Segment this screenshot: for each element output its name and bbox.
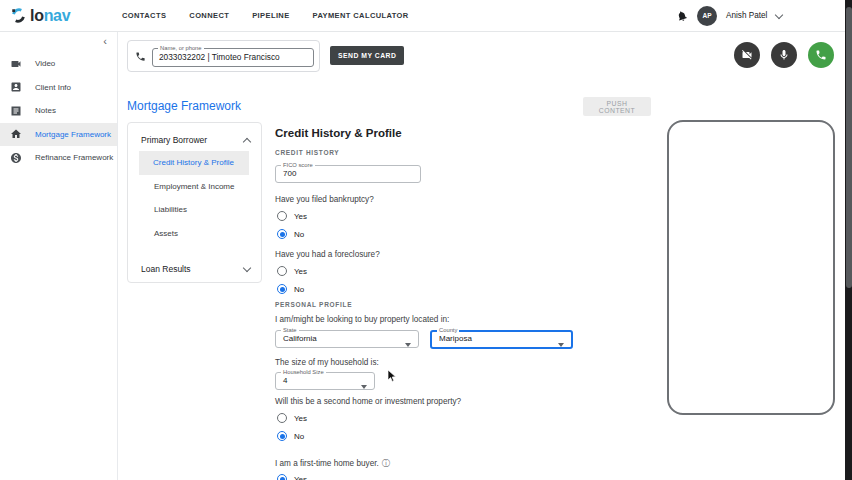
second-home-no-option[interactable]: No	[277, 428, 304, 444]
left-sidebar: ‹ Video Client Info Notes	[0, 31, 118, 480]
radio-checked-icon[interactable]	[277, 431, 287, 441]
radio-label: Yes	[294, 414, 307, 423]
nav-item-label: Credit History & Profile	[153, 158, 234, 167]
personal-profile-section-label: PERSONAL PROFILE	[275, 301, 352, 308]
notes-icon	[9, 104, 22, 117]
sidebar-menu: Video Client Info Notes Mortgage Framewo…	[0, 52, 117, 170]
contact-field-value[interactable]: 2033032202 | Timoteo Francisco	[153, 51, 313, 62]
radio-unchecked-icon[interactable]	[277, 413, 287, 423]
question-bankruptcy: Have you filed bankruptcy?	[275, 195, 374, 204]
household-size-value: 4	[276, 375, 374, 385]
state-select[interactable]: State California	[275, 328, 419, 348]
scrollbar-thumb[interactable]	[846, 7, 852, 288]
radio-checked-icon[interactable]	[277, 474, 287, 480]
second-home-yes-option[interactable]: Yes	[277, 410, 307, 426]
sidebar-item-label: Video	[35, 59, 55, 68]
videocam-icon	[9, 57, 22, 70]
radio-label: No	[294, 230, 304, 239]
top-right-controls: AP Anish Patel	[676, 0, 782, 31]
send-my-card-button[interactable]: SEND MY CARD	[330, 46, 404, 65]
nav-item-label: Liabilities	[154, 205, 187, 214]
brand-text-accent: nav	[44, 7, 71, 24]
call-button[interactable]	[808, 42, 834, 68]
nav-item-employment-income[interactable]: Employment & Income	[129, 175, 260, 199]
radio-label: Yes	[294, 267, 307, 276]
question-foreclosure: Have you had a foreclosure?	[275, 250, 380, 259]
contact-field-label: Name, or phone	[158, 46, 204, 51]
collapse-chevron-icon	[243, 137, 251, 145]
sidebar-item-mortgage-framework[interactable]: Mortgage Framework	[0, 123, 117, 147]
microphone-icon	[778, 49, 790, 61]
fico-score-value[interactable]: 700	[276, 168, 420, 178]
nav-item-assets[interactable]: Assets	[129, 222, 260, 246]
camera-off-button[interactable]	[734, 42, 760, 68]
foreclosure-yes-option[interactable]: Yes	[277, 263, 307, 279]
dropdown-arrow-icon	[405, 343, 411, 347]
sidebar-item-label: Client Info	[35, 83, 71, 92]
county-select[interactable]: County Mariposa	[430, 328, 573, 349]
nav-connect[interactable]: CONNECT	[189, 11, 229, 20]
credit-history-section-label: CREDIT HISTORY	[275, 149, 339, 156]
microphone-button[interactable]	[771, 42, 797, 68]
foreclosure-no-option[interactable]: No	[277, 281, 304, 297]
user-avatar[interactable]: AP	[697, 6, 717, 26]
page-scrollbar[interactable]	[845, 0, 852, 480]
sidebar-item-client-info[interactable]: Client Info	[0, 76, 117, 100]
brand-logo[interactable]: lonav	[10, 0, 70, 31]
fico-score-field[interactable]: FICO score 700	[275, 163, 421, 183]
user-menu-chevron-icon[interactable]	[775, 10, 783, 18]
county-label: County	[437, 328, 459, 333]
phone-receiver-icon	[135, 51, 146, 62]
radio-checked-icon[interactable]	[277, 229, 287, 239]
person-card-icon	[9, 81, 22, 94]
call-contact-group: Name, or phone 2033032202 | Timoteo Fran…	[127, 40, 320, 72]
household-size-select[interactable]: Household Size 4	[275, 370, 375, 390]
sidebar-item-refinance-framework[interactable]: Refinance Framework	[0, 146, 117, 170]
question-household-size: The size of my household is:	[275, 358, 379, 367]
home-icon	[9, 128, 22, 141]
notification-bell-icon[interactable]	[674, 8, 689, 23]
framework-nav-card: Primary Borrower Credit History & Profil…	[127, 122, 262, 283]
sidebar-item-label: Refinance Framework	[35, 153, 113, 162]
sidebar-item-video[interactable]: Video	[0, 52, 117, 76]
sidebar-item-notes[interactable]: Notes	[0, 99, 117, 123]
primary-borrower-section[interactable]: Primary Borrower	[128, 129, 261, 151]
sidebar-item-label: Notes	[35, 106, 56, 115]
first-time-buyer-yes-option[interactable]: Yes	[277, 471, 307, 480]
brand-text-dark: lo	[30, 7, 44, 24]
nav-pipeline[interactable]: PIPELINE	[252, 11, 289, 20]
form-title: Credit History & Profile	[275, 127, 402, 139]
push-content-button[interactable]: PUSH CONTENT	[583, 97, 651, 116]
primary-borrower-label: Primary Borrower	[141, 135, 207, 145]
page-title: Mortgage Framework	[127, 99, 241, 113]
bankruptcy-no-option[interactable]: No	[277, 226, 304, 242]
call-phone-icon	[815, 49, 827, 61]
nav-item-label: Assets	[154, 229, 178, 238]
contact-search-field[interactable]: Name, or phone 2033032202 | Timoteo Fran…	[152, 46, 314, 67]
radio-checked-icon[interactable]	[277, 284, 287, 294]
credit-history-form: Credit History & Profile CREDIT HISTORY …	[275, 127, 585, 480]
info-icon[interactable]: ⓘ	[382, 459, 390, 468]
nav-item-credit-history[interactable]: Credit History & Profile	[139, 151, 249, 175]
bankruptcy-yes-option[interactable]: Yes	[277, 208, 307, 224]
nav-contacts[interactable]: CONTACTS	[122, 11, 166, 20]
dropdown-arrow-icon	[361, 385, 367, 389]
loan-results-label: Loan Results	[141, 264, 191, 274]
nav-payment-calculator[interactable]: PAYMENT CALCULATOR	[313, 11, 409, 20]
video-preview-frame	[667, 120, 835, 415]
nav-item-liabilities[interactable]: Liabilities	[129, 198, 260, 222]
question-text: I am a first-time home buyer.	[275, 459, 379, 468]
state-label: State	[281, 328, 299, 333]
fico-score-label: FICO score	[281, 163, 315, 168]
top-navigation: CONTACTS CONNECT PIPELINE PAYMENT CALCUL…	[122, 0, 409, 31]
sidebar-collapse-icon[interactable]: ‹	[103, 36, 107, 47]
loan-results-section[interactable]: Loan Results	[128, 258, 261, 280]
videocam-off-icon	[741, 49, 753, 61]
radio-unchecked-icon[interactable]	[277, 211, 287, 221]
question-second-home: Will this be a second home or investment…	[275, 397, 461, 406]
top-bar: lonav CONTACTS CONNECT PIPELINE PAYMENT …	[0, 0, 852, 32]
radio-label: Yes	[294, 212, 307, 221]
household-size-label: Household Size	[281, 370, 326, 375]
radio-label: No	[294, 432, 304, 441]
radio-unchecked-icon[interactable]	[277, 266, 287, 276]
